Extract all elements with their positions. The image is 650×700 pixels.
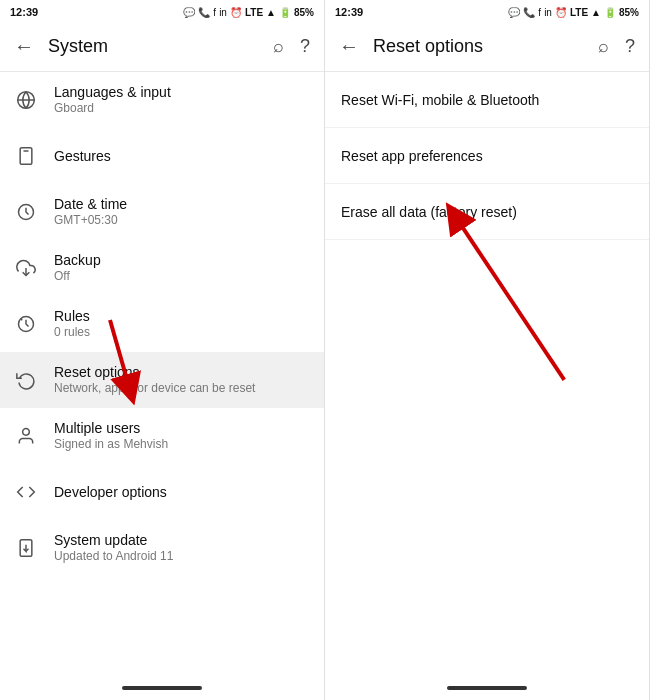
reset-text: Reset options Network, apps, or device c…: [54, 363, 255, 397]
users-title: Multiple users: [54, 419, 168, 437]
right-nav-bar: [325, 676, 649, 700]
svg-line-6: [21, 319, 22, 320]
languages-icon: [12, 86, 40, 114]
left-settings-list: Languages & input Gboard Gestures: [0, 72, 324, 676]
backup-title: Backup: [54, 251, 101, 269]
gestures-title: Gestures: [54, 147, 111, 165]
settings-item-developer[interactable]: Developer options: [0, 464, 324, 520]
right-title: Reset options: [365, 36, 592, 57]
signal-text-r: LTE: [570, 7, 588, 18]
update-title: System update: [54, 531, 173, 549]
reset-app-prefs-item[interactable]: Reset app preferences: [325, 128, 649, 184]
right-reset-list: Reset Wi-Fi, mobile & Bluetooth Reset ap…: [325, 72, 649, 676]
right-time: 12:39: [335, 6, 363, 18]
svg-rect-1: [20, 148, 32, 165]
reset-icon: [12, 366, 40, 394]
signal-bars-icon-r: ▲: [591, 7, 601, 18]
alarm-icon: ⏰: [230, 7, 242, 18]
battery-icon: 🔋: [279, 7, 291, 18]
reset-title: Reset options: [54, 363, 255, 381]
right-header: ← Reset options ⌕ ?: [325, 22, 649, 72]
right-back-button[interactable]: ←: [333, 29, 365, 64]
rules-title: Rules: [54, 307, 90, 325]
right-nav-pill: [447, 686, 527, 690]
developer-text: Developer options: [54, 483, 167, 501]
users-icon: [12, 422, 40, 450]
right-search-icon[interactable]: ⌕: [592, 30, 615, 63]
left-nav-pill: [122, 686, 202, 690]
left-search-icon[interactable]: ⌕: [267, 30, 290, 63]
left-time: 12:39: [10, 6, 38, 18]
datetime-text: Date & time GMT+05:30: [54, 195, 127, 229]
settings-item-users[interactable]: Multiple users Signed in as Mehvish: [0, 408, 324, 464]
backup-text: Backup Off: [54, 251, 101, 285]
languages-title: Languages & input: [54, 83, 171, 101]
update-text: System update Updated to Android 11: [54, 531, 173, 565]
alarm-icon-r: ⏰: [555, 7, 567, 18]
battery-icon-r: 🔋: [604, 7, 616, 18]
right-help-icon[interactable]: ?: [619, 30, 641, 63]
reset-app-prefs-text: Reset app preferences: [341, 148, 483, 164]
settings-item-gestures[interactable]: Gestures: [0, 128, 324, 184]
screen-container: 12:39 💬 📞 f in ⏰ LTE ▲ 🔋 85% ← System ⌕ …: [0, 0, 650, 700]
facebook-icon-r: f: [538, 7, 541, 18]
left-title: System: [40, 36, 267, 57]
whatsapp-icon: 📞: [198, 7, 210, 18]
languages-text: Languages & input Gboard: [54, 83, 171, 117]
left-header-actions: ⌕ ?: [267, 30, 316, 63]
rules-icon: [12, 310, 40, 338]
linkedin-icon: in: [219, 7, 227, 18]
rules-subtitle: 0 rules: [54, 325, 90, 341]
datetime-title: Date & time: [54, 195, 127, 213]
chat-icon-r: 💬: [508, 7, 520, 18]
right-status-bar: 12:39 💬 📞 f in ⏰ LTE ▲ 🔋 85%: [325, 0, 649, 22]
left-help-icon[interactable]: ?: [294, 30, 316, 63]
left-header: ← System ⌕ ?: [0, 22, 324, 72]
left-battery: 85%: [294, 7, 314, 18]
factory-reset-item[interactable]: Erase all data (factory reset): [325, 184, 649, 240]
backup-subtitle: Off: [54, 269, 101, 285]
svg-point-7: [23, 429, 30, 436]
settings-item-reset[interactable]: Reset options Network, apps, or device c…: [0, 352, 324, 408]
left-back-button[interactable]: ←: [8, 29, 40, 64]
users-text: Multiple users Signed in as Mehvish: [54, 419, 168, 453]
right-status-icons: 💬 📞 f in ⏰ LTE ▲ 🔋 85%: [508, 7, 639, 18]
factory-reset-text: Erase all data (factory reset): [341, 204, 517, 220]
right-panel: 12:39 💬 📞 f in ⏰ LTE ▲ 🔋 85% ← Reset opt…: [325, 0, 650, 700]
linkedin-icon-r: in: [544, 7, 552, 18]
users-subtitle: Signed in as Mehvish: [54, 437, 168, 453]
gestures-text: Gestures: [54, 147, 111, 165]
backup-icon: [12, 254, 40, 282]
developer-title: Developer options: [54, 483, 167, 501]
update-icon: [12, 534, 40, 562]
developer-icon: [12, 478, 40, 506]
left-nav-bar: [0, 676, 324, 700]
settings-item-backup[interactable]: Backup Off: [0, 240, 324, 296]
rules-text: Rules 0 rules: [54, 307, 90, 341]
datetime-subtitle: GMT+05:30: [54, 213, 127, 229]
settings-item-languages[interactable]: Languages & input Gboard: [0, 72, 324, 128]
settings-item-update[interactable]: System update Updated to Android 11: [0, 520, 324, 576]
settings-item-rules[interactable]: Rules 0 rules: [0, 296, 324, 352]
reset-subtitle: Network, apps, or device can be reset: [54, 381, 255, 397]
chat-icon: 💬: [183, 7, 195, 18]
datetime-icon: [12, 198, 40, 226]
settings-item-datetime[interactable]: Date & time GMT+05:30: [0, 184, 324, 240]
gestures-icon: [12, 142, 40, 170]
right-battery: 85%: [619, 7, 639, 18]
facebook-icon: f: [213, 7, 216, 18]
whatsapp-icon-r: 📞: [523, 7, 535, 18]
signal-text: LTE: [245, 7, 263, 18]
languages-subtitle: Gboard: [54, 101, 171, 117]
left-panel: 12:39 💬 📞 f in ⏰ LTE ▲ 🔋 85% ← System ⌕ …: [0, 0, 325, 700]
right-header-actions: ⌕ ?: [592, 30, 641, 63]
reset-wifi-text: Reset Wi-Fi, mobile & Bluetooth: [341, 92, 539, 108]
update-subtitle: Updated to Android 11: [54, 549, 173, 565]
signal-bars-icon: ▲: [266, 7, 276, 18]
reset-wifi-item[interactable]: Reset Wi-Fi, mobile & Bluetooth: [325, 72, 649, 128]
left-status-icons: 💬 📞 f in ⏰ LTE ▲ 🔋 85%: [183, 7, 314, 18]
left-status-bar: 12:39 💬 📞 f in ⏰ LTE ▲ 🔋 85%: [0, 0, 324, 22]
